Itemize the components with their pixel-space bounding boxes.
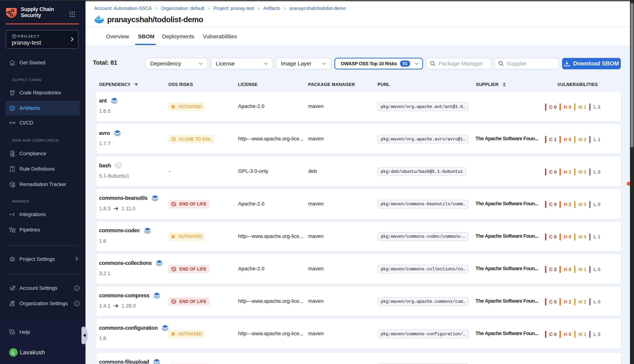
svg-text:?: ? <box>11 330 12 333</box>
